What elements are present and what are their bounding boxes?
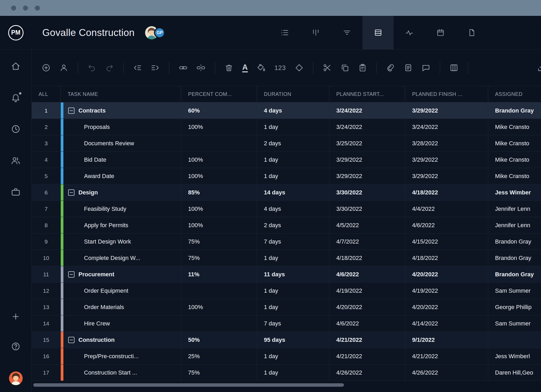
task-name-cell[interactable]: Bid Date	[61, 152, 181, 168]
planned-finish-cell[interactable]: 4/15/2022	[405, 234, 488, 250]
import-icon[interactable]	[537, 63, 541, 72]
planned-finish-cell[interactable]: 3/29/2022	[405, 102, 488, 119]
percent-complete-cell[interactable]: 75%	[181, 365, 257, 381]
planned-start-cell[interactable]: 3/30/2022	[329, 201, 405, 217]
duration-cell[interactable]: 1 day	[257, 283, 329, 299]
table-row[interactable]: 1Contracts60%4 days3/24/20223/29/2022Bra…	[32, 102, 541, 119]
table-row[interactable]: 6Design85%14 days3/30/20224/18/2022Jess …	[32, 184, 541, 201]
collapse-toggle-icon[interactable]	[68, 108, 74, 114]
duration-cell[interactable]: 95 days	[257, 332, 329, 348]
column-header[interactable]: PLANNED FINISH ...	[405, 86, 488, 102]
assigned-cell[interactable]: Brandon Gray	[488, 234, 541, 250]
column-header[interactable]: PLANNED START...	[329, 86, 405, 102]
assigned-cell[interactable]: Daren Hill,Geo	[488, 365, 541, 381]
trash-icon[interactable]	[225, 63, 233, 72]
table-row[interactable]: 16Prep/Pre-constructi...25%1 day4/21/202…	[32, 348, 541, 365]
unlink-icon[interactable]	[197, 63, 205, 72]
window-dot[interactable]	[35, 6, 40, 11]
assign-icon[interactable]	[59, 63, 68, 72]
milestone-icon[interactable]	[295, 63, 304, 72]
duration-cell[interactable]: 2 days	[257, 135, 329, 151]
percent-complete-cell[interactable]: 75%	[181, 250, 257, 266]
horizontal-scrollbar-thumb[interactable]	[33, 383, 344, 387]
duration-cell[interactable]: 1 day	[257, 119, 329, 135]
planned-start-cell[interactable]: 3/24/2022	[329, 102, 405, 119]
table-row[interactable]: 4Bid Date100%1 day3/29/20223/29/2022Mike…	[32, 152, 541, 168]
planned-finish-cell[interactable]: 4/4/2022	[405, 201, 488, 217]
add-task-icon[interactable]	[42, 63, 50, 72]
planned-finish-cell[interactable]: 4/26/2022	[405, 365, 488, 381]
task-name-cell[interactable]: Apply for Permits	[61, 217, 181, 233]
duration-cell[interactable]: 7 days	[257, 234, 329, 250]
task-name-cell[interactable]: Start Design Work	[61, 234, 181, 250]
table-row[interactable]: 5Award Date100%1 day3/29/20223/29/2022Mi…	[32, 168, 541, 184]
table-row[interactable]: 9Start Design Work75%7 days4/7/20224/15/…	[32, 234, 541, 250]
assigned-cell[interactable]: Mike Cransto	[488, 135, 541, 151]
horizontal-scrollbar-track[interactable]	[32, 381, 541, 389]
planned-start-cell[interactable]: 4/20/2022	[329, 299, 405, 315]
plus-icon[interactable]	[11, 312, 21, 321]
indent-icon[interactable]	[151, 63, 160, 72]
notes-icon[interactable]	[404, 63, 413, 72]
home-icon[interactable]	[11, 61, 21, 71]
task-name-cell[interactable]: Construction Start ...	[61, 365, 181, 381]
task-name-cell[interactable]: Order Materials	[61, 299, 181, 315]
planned-finish-cell[interactable]: 4/18/2022	[405, 250, 488, 266]
assigned-cell[interactable]: Jennifer Lenn	[488, 217, 541, 233]
column-header[interactable]: ALL	[32, 86, 61, 102]
percent-complete-cell[interactable]: 85%	[181, 184, 257, 200]
table-row[interactable]: 8Apply for Permits100%2 days4/5/20224/6/…	[32, 217, 541, 234]
table-row[interactable]: 15Construction50%95 days4/21/20229/1/202…	[32, 332, 541, 348]
bell-icon[interactable]	[11, 93, 21, 102]
number-format-icon[interactable]: 123	[274, 65, 286, 71]
table-row[interactable]: 7Feasibility Study100%4 days3/30/20224/4…	[32, 201, 541, 217]
percent-complete-cell[interactable]: 100%	[181, 168, 257, 184]
percent-complete-cell[interactable]	[181, 315, 257, 332]
duration-cell[interactable]: 7 days	[257, 315, 329, 332]
copy-icon[interactable]	[341, 63, 349, 72]
pm-logo[interactable]: PM	[8, 25, 24, 40]
project-members[interactable]: GP	[145, 26, 165, 39]
task-name-cell[interactable]: Order Equipment	[61, 283, 181, 299]
planned-finish-cell[interactable]: 3/28/2022	[405, 135, 488, 151]
percent-complete-cell[interactable]: 100%	[181, 201, 257, 217]
duration-cell[interactable]: 14 days	[257, 184, 329, 200]
planned-start-cell[interactable]: 4/18/2022	[329, 250, 405, 266]
cut-icon[interactable]	[323, 63, 332, 72]
planned-finish-cell[interactable]: 4/20/2022	[405, 299, 488, 315]
planned-start-cell[interactable]: 3/29/2022	[329, 152, 405, 168]
percent-complete-cell[interactable]: 100%	[181, 217, 257, 233]
table-row[interactable]: 11Procurement11%11 days4/6/20224/20/2022…	[32, 266, 541, 283]
document-view-icon[interactable]	[456, 16, 487, 50]
assigned-cell[interactable]: Mike Cransto	[488, 168, 541, 184]
assigned-cell[interactable]: Jess Wimberl	[488, 348, 541, 364]
assigned-cell[interactable]: Mike Cransto	[488, 152, 541, 168]
task-name-cell[interactable]: Design	[61, 184, 181, 200]
table-row[interactable]: 17Construction Start ...75%1 day4/26/202…	[32, 365, 541, 381]
planned-start-cell[interactable]: 4/19/2022	[329, 283, 405, 299]
percent-complete-cell[interactable]: 11%	[181, 266, 257, 282]
duration-cell[interactable]: 1 day	[257, 168, 329, 184]
team-icon[interactable]	[11, 156, 21, 165]
column-header[interactable]: TASK NAME	[61, 86, 181, 102]
percent-complete-cell[interactable]	[181, 283, 257, 299]
collapse-toggle-icon[interactable]	[68, 337, 74, 343]
task-name-cell[interactable]: Complete Design W...	[61, 250, 181, 266]
percent-complete-cell[interactable]: 100%	[181, 152, 257, 168]
comment-icon[interactable]	[422, 63, 430, 72]
table-row[interactable]: 12Order Equipment1 day4/19/20224/19/2022…	[32, 283, 541, 299]
planned-start-cell[interactable]: 4/6/2022	[329, 266, 405, 282]
planned-finish-cell[interactable]: 4/19/2022	[405, 283, 488, 299]
user-avatar[interactable]	[9, 371, 23, 385]
planned-start-cell[interactable]: 4/7/2022	[329, 234, 405, 250]
planned-finish-cell[interactable]: 3/24/2022	[405, 119, 488, 135]
duration-cell[interactable]: 1 day	[257, 348, 329, 364]
assigned-cell[interactable]: Brandon Gray	[488, 266, 541, 282]
duration-cell[interactable]: 1 day	[257, 365, 329, 381]
assigned-cell[interactable]: Jennifer Lenn	[488, 201, 541, 217]
planned-finish-cell[interactable]: 3/29/2022	[405, 168, 488, 184]
outdent-icon[interactable]	[133, 63, 142, 72]
list-view-icon[interactable]	[269, 16, 300, 50]
paste-icon[interactable]	[358, 63, 367, 72]
help-icon[interactable]	[11, 342, 21, 351]
